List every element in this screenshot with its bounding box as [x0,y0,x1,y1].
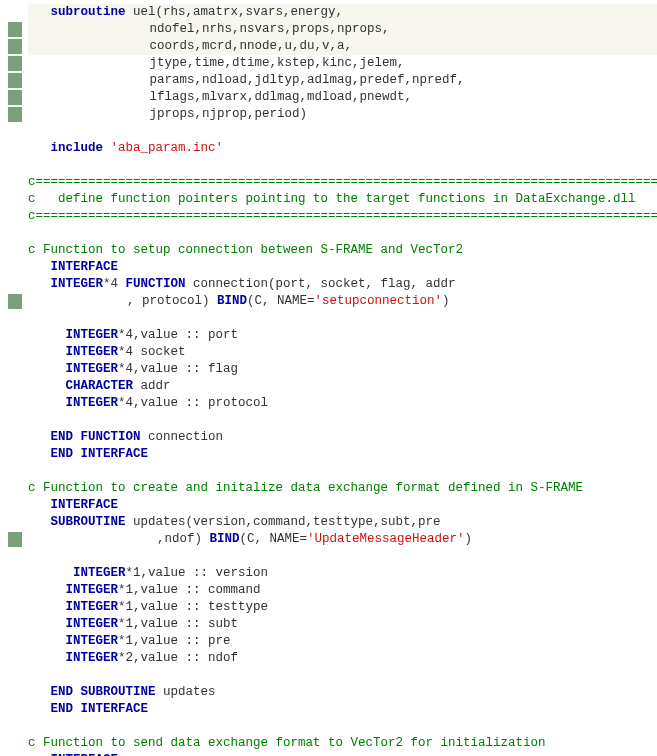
code-line: INTEGER*4,value :: port [28,327,657,344]
code-line: INTEGER*1,value :: version [28,565,657,582]
code-token: connection [141,430,224,444]
code-line: c Function to setup connection between S… [28,242,657,259]
code-line: END FUNCTION connection [28,429,657,446]
code-line: INTERFACE [28,497,657,514]
code-token [28,634,66,648]
code-token: INTEGER [66,345,119,359]
code-token: *4,value :: flag [118,362,238,376]
code-token: updates [156,685,216,699]
code-line [28,157,657,174]
code-token: INTEGER [73,566,126,580]
code-token: params,ndload,jdltyp,adlmag,predef,npred… [22,73,465,87]
code-token: c=======================================… [28,175,657,189]
code-token: END INTERFACE [51,447,149,461]
code-token: *1,value :: command [118,583,261,597]
code-token: INTEGER [66,600,119,614]
code-token: *4 [103,277,126,291]
code-token [28,379,66,393]
code-token: BIND [217,294,247,308]
code-token [28,566,73,580]
code-token [28,583,66,597]
code-token [28,328,66,342]
code-token: *1,value :: pre [118,634,231,648]
code-token: FUNCTION [126,277,186,291]
code-token: *4,value :: port [118,328,238,342]
code-token: (C, NAME= [247,294,315,308]
code-token: (C, NAME= [240,532,308,546]
code-line [28,667,657,684]
continuation-marker-icon: * [8,294,22,309]
continuation-marker-icon: * [8,22,22,37]
code-token: 'aba_param.inc' [111,141,224,155]
code-token: INTEGER [66,617,119,631]
code-line: include 'aba_param.inc' [28,140,657,157]
code-line [28,718,657,735]
code-token: c=======================================… [28,209,657,223]
code-line [28,310,657,327]
code-line [28,548,657,565]
code-token: INTEGER [66,583,119,597]
code-line [28,225,657,242]
code-token [28,362,66,376]
code-line: subroutine uel(rhs,amatrx,svars,energy, [28,4,657,21]
fortran-code-block: subroutine uel(rhs,amatrx,svars,energy,*… [0,0,657,756]
code-line: c Function to create and initalize data … [28,480,657,497]
code-token: ndofel,nrhs,nsvars,props,nprops, [22,22,390,36]
code-line: INTEGER*1,value :: subt [28,616,657,633]
code-token: *1,value :: testtype [118,600,268,614]
code-line [28,412,657,429]
code-line: CHARACTER addr [28,378,657,395]
code-token: lflags,mlvarx,ddlmag,mdload,pnewdt, [22,90,412,104]
code-token [28,498,51,512]
code-token [28,702,51,716]
continuation-marker-icon: * [8,107,22,122]
code-token [28,345,66,359]
code-token: ) [465,532,473,546]
code-token: END SUBROUTINE [51,685,156,699]
code-line: * jprops,njprop,period) [28,106,657,123]
code-token: INTEGER [51,277,104,291]
code-token: *1,value :: subt [118,617,238,631]
code-line: * , protocol) BIND(C, NAME='setupconnect… [28,293,657,310]
code-line: INTEGER*4 FUNCTION connection(port, sock… [28,276,657,293]
code-token [28,141,51,155]
code-token: *1,value :: version [126,566,269,580]
code-line: END INTERFACE [28,446,657,463]
code-token: c Function to send data exchange format … [28,736,546,750]
code-token [103,141,111,155]
code-token: INTEGER [66,651,119,665]
code-line: INTERFACE [28,259,657,276]
code-token: c Function to setup connection between S… [28,243,463,257]
code-line: c Function to send data exchange format … [28,735,657,752]
code-token [28,685,51,699]
code-line: INTEGER*2,value :: ndof [28,650,657,667]
code-token [28,277,51,291]
code-token: include [51,141,104,155]
code-line: INTEGER*4 socket [28,344,657,361]
code-token: addr [133,379,171,393]
code-token: jtype,time,dtime,kstep,kinc,jelem, [22,56,405,70]
code-token [28,396,66,410]
code-line: * coords,mcrd,nnode,u,du,v,a, [28,38,657,55]
code-token: connection(port, socket, flag, addr [186,277,456,291]
code-line: INTEGER*1,value :: pre [28,633,657,650]
code-line: c define function pointers pointing to t… [28,191,657,208]
code-token [28,430,51,444]
code-line: INTEGER*1,value :: command [28,582,657,599]
code-token [28,260,51,274]
code-token [28,515,51,529]
code-token: INTEGER [66,362,119,376]
code-line: INTEGER*4,value :: protocol [28,395,657,412]
code-line: c=======================================… [28,174,657,191]
code-line: * jtype,time,dtime,kstep,kinc,jelem, [28,55,657,72]
code-token: END FUNCTION [51,430,141,444]
code-token: INTERFACE [51,260,119,274]
code-token: INTEGER [66,634,119,648]
code-token: , protocol) [22,294,217,308]
code-token: *4,value :: protocol [118,396,268,410]
code-token: SUBROUTINE [51,515,126,529]
code-line: SUBROUTINE updates(version,command,testt… [28,514,657,531]
continuation-marker-icon: * [8,56,22,71]
code-line [28,123,657,140]
code-token: INTEGER [66,328,119,342]
